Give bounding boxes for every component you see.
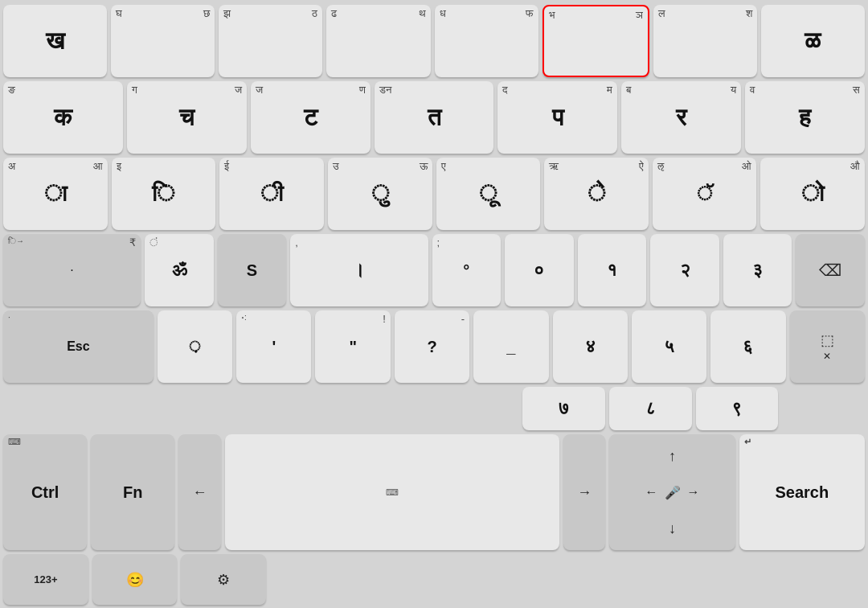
key-fn[interactable]: Fn (91, 434, 174, 550)
key-row-4c: ७ ८ ९ (3, 387, 865, 430)
row4c-spacer6 (436, 387, 519, 430)
mic-icon: 🎤 (665, 485, 681, 500)
down-arrow-icon: ↓ (669, 520, 676, 537)
key-pa[interactable]: द म प (497, 81, 617, 154)
key-backspace[interactable]: ⌫ (796, 234, 865, 306)
row4c-spacer2 (90, 387, 173, 430)
key-eight[interactable]: ८ (609, 387, 692, 430)
key-nukta[interactable]: ़ (158, 310, 232, 383)
key-ta[interactable]: डन त (375, 81, 494, 154)
key-row-2: ङ क ग ज च ज ण ट डन त द म प ब य र व स (3, 81, 865, 154)
key-la[interactable]: ल श (653, 5, 757, 77)
key-esc[interactable]: Esc · (3, 310, 154, 383)
key-ca[interactable]: ग ज च (127, 81, 247, 154)
key-right-arrow[interactable]: → (563, 434, 605, 550)
key-row-4a: ि→ ₹ · ं ॐ S , । ; ° ० १ २ ३ (3, 234, 865, 306)
keyboard: ख घ छ झ ठ ढ थ ध फ भ ञ ल श (0, 0, 868, 608)
key-left-arrow[interactable]: ← (178, 434, 220, 550)
key-nav-cluster[interactable]: ↑ ← 🎤 → ↓ (609, 434, 735, 550)
key-danda[interactable]: , । (290, 234, 428, 306)
key-space[interactable]: ⌨ (225, 434, 560, 550)
key-e-matra[interactable]: ऋ ऐ े (544, 158, 649, 230)
key-settings[interactable]: ⚙ (181, 554, 266, 605)
row4c-spacer5 (350, 387, 432, 430)
key-ka[interactable]: ङ क (3, 81, 123, 154)
key-two[interactable]: २ (650, 234, 719, 306)
key-five[interactable]: ५ (632, 310, 706, 383)
key-ddha[interactable]: ढ थ (326, 5, 430, 77)
key-kha[interactable]: ख (3, 5, 107, 77)
key-six[interactable]: ६ (710, 310, 785, 383)
key-apost[interactable]: ॰: ' (236, 310, 311, 383)
key-gha[interactable]: घ छ (111, 5, 215, 77)
key-row-3: अ आ ा इ ि ई ी उ ऊ ु ए ू ऋ ऐ े ऌ ओ ॅ (3, 158, 865, 230)
key-underscore[interactable]: _ (473, 310, 548, 383)
key-123[interactable]: 123+ (3, 554, 88, 605)
key-tta[interactable]: ज ण ट (251, 81, 371, 154)
key-ctrl[interactable]: ⌨ Ctrl (3, 434, 87, 550)
key-ai-matra[interactable]: ऌ ओ ॅ (653, 158, 757, 230)
key-four[interactable]: ४ (553, 310, 628, 383)
up-arrow-icon: ↑ (669, 448, 676, 465)
key-jha[interactable]: झ ठ (219, 5, 322, 77)
key-emoji[interactable]: 😊 (92, 554, 178, 605)
key-o-matra[interactable]: औ ो (760, 158, 865, 230)
key-ii-matra[interactable]: ई ी (219, 158, 324, 230)
key-row-micro: 123+ 😊 ⚙ (3, 554, 865, 605)
key-row-bottom: ⌨ Ctrl Fn ← ⌨ → ↑ ← 🎤 → ↓ (3, 434, 865, 550)
key-bha[interactable]: भ ञ (542, 5, 649, 77)
key-uu-matra[interactable]: ए ू (436, 158, 541, 230)
key-question[interactable]: - ? (395, 310, 469, 383)
row4c-spacer4 (263, 387, 346, 430)
left-arrow-small-icon: ← (645, 485, 658, 499)
key-semicolon[interactable]: ; ° (432, 234, 502, 306)
key-search[interactable]: ↵ Search (739, 434, 865, 550)
bottom-spacer (270, 554, 865, 605)
key-special-iti[interactable]: ि→ ₹ · (3, 234, 141, 306)
key-visarga[interactable]: S (218, 234, 287, 306)
key-u-matra[interactable]: उ ऊ ु (328, 158, 432, 230)
key-dha[interactable]: ध फ (435, 5, 538, 77)
key-aa-matra[interactable]: अ आ ा (3, 158, 108, 230)
key-zero[interactable]: ० (505, 234, 574, 306)
key-nine[interactable]: ९ (696, 387, 779, 430)
key-backspace2[interactable]: ⬚ ✕ (790, 310, 865, 383)
key-three[interactable]: ३ (723, 234, 792, 306)
key-row-4b: Esc · ़ ॰: ' ! " - ? _ ४ ५ ६ ⬚ (3, 310, 865, 383)
key-row-1: ख घ छ झ ठ ढ थ ध फ भ ञ ल श (3, 5, 865, 77)
row4c-spacer7 (782, 387, 865, 430)
row4c-spacer3 (176, 387, 259, 430)
key-i-matra[interactable]: इ ि (112, 158, 216, 230)
key-ra[interactable]: ब य र (621, 81, 741, 154)
key-om[interactable]: ं ॐ (145, 234, 214, 306)
key-dquote[interactable]: ! " (315, 310, 390, 383)
row4c-spacer1 (3, 387, 86, 430)
key-one[interactable]: १ (578, 234, 647, 306)
key-seven[interactable]: ७ (522, 387, 605, 430)
key-ha[interactable]: व स ह (745, 81, 865, 154)
right-arrow-small-icon: → (687, 485, 700, 499)
key-la2[interactable]: ळ (761, 5, 865, 77)
